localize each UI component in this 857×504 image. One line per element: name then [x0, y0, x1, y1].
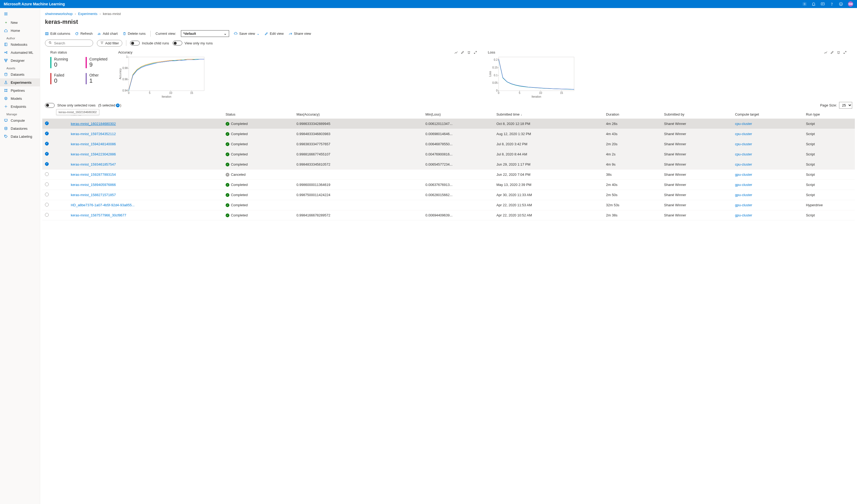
crumb-experiments[interactable]: Experiments	[78, 12, 97, 16]
include-child-toggle[interactable]	[130, 41, 140, 46]
save-view-button[interactable]: Save view⌄	[234, 32, 259, 36]
compute-link[interactable]: cpu-cluster	[735, 132, 752, 136]
sidebar-item-models[interactable]: Models	[0, 94, 40, 102]
crumb-workspace[interactable]: shwinneworkshop	[45, 12, 72, 16]
expand-icon[interactable]	[473, 51, 477, 54]
row-checkbox[interactable]	[42, 149, 68, 159]
compute-link[interactable]: cpu-cluster	[735, 152, 752, 156]
table-row[interactable]: keras-mnist_1593461857547✓Completed0.998…	[42, 159, 855, 170]
sidebar-item-pipelines[interactable]: Pipelines	[0, 86, 40, 94]
row-checkbox[interactable]	[42, 170, 68, 180]
row-checkbox[interactable]	[42, 119, 68, 129]
run-id-link[interactable]: HD_a8be7376-1a07-4b5f-92d4-93a855...	[71, 203, 135, 207]
sidebar-item-automl[interactable]: Automated ML	[0, 48, 40, 56]
add-chart-button[interactable]: Add chart	[97, 32, 118, 36]
sidebar-item-experiments[interactable]: Experiments	[0, 79, 40, 86]
help-icon[interactable]	[830, 2, 834, 6]
table-row[interactable]: keras-mnist_1597264352112✓Completed0.998…	[42, 129, 855, 139]
bell-icon[interactable]	[811, 2, 816, 6]
run-id-link[interactable]: keras-mnist_1587577966_30cf8677	[71, 213, 126, 217]
search-input[interactable]	[54, 41, 99, 45]
run-id-link[interactable]: keras-mnist_1589405976866	[71, 183, 116, 187]
compute-link[interactable]: gpu-cluster	[735, 203, 752, 207]
col-accuracy[interactable]: Max(Accuracy)	[294, 110, 423, 119]
edit-columns-button[interactable]: Edit columns	[45, 32, 70, 36]
svg-point-16	[4, 91, 5, 92]
sidebar-item-compute[interactable]: Compute	[0, 116, 40, 124]
sidebar-item-labeling[interactable]: Data Labeling	[0, 133, 40, 140]
selected-count: (5 selected ✕)	[98, 103, 121, 107]
row-checkbox[interactable]	[42, 210, 68, 221]
table-row[interactable]: keras-mnist_1587577966_30cf8677✓Complete…	[42, 210, 855, 221]
col-run-type[interactable]: Run type	[803, 110, 855, 119]
compute-link[interactable]: gpu-cluster	[735, 193, 752, 197]
only-my-toggle[interactable]	[173, 41, 182, 46]
expand-icon[interactable]	[843, 51, 847, 54]
col-status[interactable]: Status	[223, 110, 294, 119]
show-selected-toggle[interactable]	[45, 103, 55, 108]
row-checkbox[interactable]	[42, 180, 68, 190]
svg-text:10: 10	[169, 91, 173, 94]
view-select[interactable]: *default⌄	[181, 30, 229, 37]
feedback-icon[interactable]	[821, 2, 825, 6]
sidebar-item-designer[interactable]: Designer	[0, 56, 40, 65]
page-size-select[interactable]: 25	[839, 102, 852, 109]
compute-link[interactable]: gpu-cluster	[735, 213, 752, 217]
col-loss[interactable]: Min(Loss)	[423, 110, 494, 119]
col-duration[interactable]: Duration	[603, 110, 661, 119]
gear-icon[interactable]	[802, 2, 807, 6]
run-id-link[interactable]: keras-mnist_1592877893154	[71, 173, 116, 177]
compute-link[interactable]: cpu-cluster	[735, 162, 752, 167]
col-compute[interactable]: Compute target	[732, 110, 803, 119]
cell-status: ✓Completed	[223, 210, 294, 221]
table-row[interactable]: keras-mnist_1594248140086✓Completed0.998…	[42, 139, 855, 149]
run-id-link[interactable]: keras-mnist_1602184680302	[71, 122, 116, 126]
row-checkbox[interactable]	[42, 200, 68, 210]
delete-runs-button[interactable]: Delete runs	[122, 32, 146, 36]
pencil-icon[interactable]	[460, 51, 464, 54]
run-id-link[interactable]: keras-mnist_1597264352112	[71, 132, 116, 136]
run-id-link[interactable]: keras-mnist_1588271571857	[71, 193, 116, 197]
run-id-link[interactable]: keras-mnist_1594248140086	[71, 142, 116, 146]
avatar[interactable]: SW	[848, 1, 853, 7]
table-row[interactable]: keras-mnist_1589405976866✓Completed0.998…	[42, 180, 855, 190]
table-row[interactable]: keras-mnist_1602184680302✓Completed0.998…	[42, 119, 855, 129]
hamburger-icon[interactable]	[0, 10, 40, 18]
col-submitted-by[interactable]: Submitted by	[661, 110, 732, 119]
sidebar-item-notebooks[interactable]: Notebooks	[0, 40, 40, 48]
sidebar-item-home[interactable]: Home	[0, 27, 40, 35]
table-row[interactable]: keras-mnist_1588271571857✓Completed0.998…	[42, 190, 855, 200]
svg-text:0.1: 0.1	[494, 74, 498, 77]
svg-text:0.98: 0.98	[122, 67, 128, 70]
col-submitted[interactable]: Submitted time	[494, 110, 604, 119]
sidebar-item-datasets[interactable]: Datasets	[0, 70, 40, 79]
compute-link[interactable]: gpu-cluster	[735, 173, 752, 177]
sidebar-item-new[interactable]: ＋New	[0, 18, 40, 27]
row-checkbox[interactable]	[42, 190, 68, 200]
compute-link[interactable]: gpu-cluster	[735, 183, 752, 187]
table-row[interactable]: keras-mnist_1594223042886✓Completed0.998…	[42, 149, 855, 159]
run-id-link[interactable]: keras-mnist_1594223042886	[71, 152, 116, 156]
compute-link[interactable]: cpu-cluster	[735, 122, 752, 126]
compute-link[interactable]: cpu-cluster	[735, 142, 752, 146]
edit-view-button[interactable]: Edit view	[265, 32, 284, 36]
run-id-link[interactable]: keras-mnist_1593461857547	[71, 162, 116, 167]
chart-type-icon[interactable]	[454, 51, 458, 54]
row-checkbox[interactable]	[42, 159, 68, 170]
share-view-button[interactable]: Share view	[288, 32, 311, 36]
pencil-icon[interactable]	[830, 51, 834, 54]
search-input-wrap[interactable]	[45, 39, 93, 47]
smile-icon[interactable]	[839, 2, 843, 6]
trash-icon[interactable]	[467, 51, 471, 54]
sidebar-item-endpoints[interactable]: Endpoints	[0, 102, 40, 110]
table-row[interactable]: HD_a8be7376-1a07-4b5f-92d4-93a855...✓Com…	[42, 200, 855, 210]
sidebar-item-datastores[interactable]: Datastores	[0, 124, 40, 133]
clear-selection-icon[interactable]: ✕	[116, 104, 120, 107]
trash-icon[interactable]	[837, 51, 840, 54]
table-row[interactable]: keras-mnist_1592877893154✕CanceledJun 22…	[42, 170, 855, 180]
chart-type-icon[interactable]	[824, 51, 827, 54]
row-checkbox[interactable]	[42, 129, 68, 139]
refresh-button[interactable]: Refresh	[75, 32, 93, 36]
add-filter-button[interactable]: Add filter	[97, 40, 122, 47]
row-checkbox[interactable]	[42, 139, 68, 149]
